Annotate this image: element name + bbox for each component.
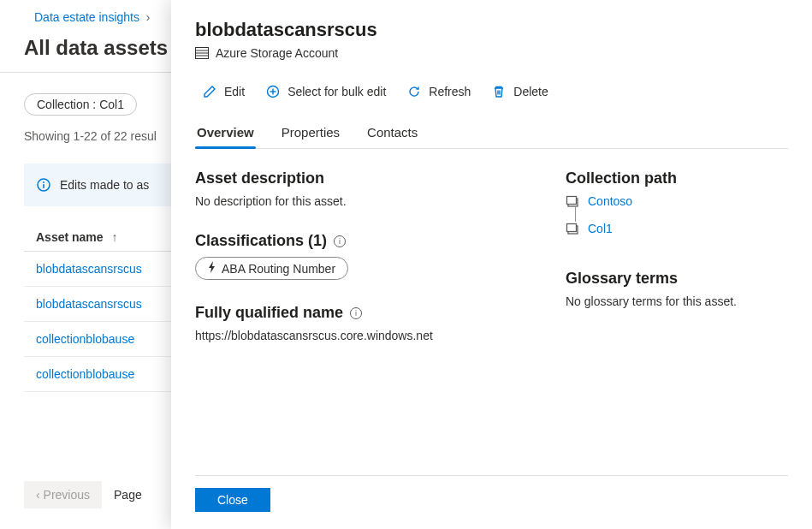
delete-icon — [491, 84, 507, 99]
tab-properties[interactable]: Properties — [280, 120, 341, 148]
asset-description-heading: Asset description — [195, 169, 531, 187]
tab-overview[interactable]: Overview — [195, 120, 256, 148]
lightning-icon — [208, 261, 216, 276]
fqn-value: https://blobdatascansrscus.core.windows.… — [195, 329, 531, 342]
edit-icon — [202, 84, 217, 99]
breadcrumb-root[interactable]: Data estate insights › — [34, 10, 151, 24]
collection-path-item: Col1 — [566, 222, 788, 235]
svg-rect-13 — [567, 224, 577, 232]
panel-body: Asset description No description for thi… — [195, 169, 788, 467]
asset-detail-panel: blobdatascansrscus Azure Storage Account… — [171, 0, 812, 529]
glossary-heading: Glossary terms — [566, 270, 788, 288]
chevron-right-icon: › — [146, 10, 151, 24]
sort-ascending-icon: ↑ — [111, 230, 117, 244]
tabs: Overview Properties Contacts — [195, 120, 788, 149]
select-bulk-button[interactable]: Select for bulk edit — [258, 80, 393, 103]
collection-icon — [566, 194, 579, 208]
previous-button[interactable]: ‹ Previous — [24, 481, 102, 508]
page-label: Page — [114, 488, 142, 502]
info-icon[interactable]: i — [350, 307, 362, 319]
asset-type-label: Azure Storage Account — [216, 46, 338, 60]
svg-rect-11 — [567, 197, 577, 205]
info-icon — [36, 177, 51, 193]
collection-link-contoso[interactable]: Contoso — [588, 194, 632, 208]
collection-path: Contoso │ Col1 — [566, 194, 788, 235]
action-bar: Edit Select for bulk edit Refresh Delete — [195, 80, 788, 103]
collection-icon — [566, 222, 579, 235]
filter-pill-collection[interactable]: Collection : Col1 — [24, 93, 137, 116]
path-connector: │ — [572, 210, 788, 222]
collection-link-col1[interactable]: Col1 — [588, 222, 613, 235]
collection-path-heading: Collection path — [566, 169, 788, 187]
info-banner-text: Edits made to as — [60, 178, 149, 192]
fqn-heading: Fully qualified name i — [195, 304, 531, 322]
classification-chip[interactable]: ABA Routing Number — [195, 257, 348, 280]
storage-account-icon — [195, 47, 209, 59]
info-icon[interactable]: i — [334, 235, 346, 247]
asset-type: Azure Storage Account — [195, 46, 788, 60]
refresh-icon — [406, 84, 422, 99]
collection-path-item: Contoso — [566, 194, 788, 208]
glossary-text: No glossary terms for this asset. — [566, 294, 788, 308]
add-circle-icon — [265, 84, 281, 99]
classifications-heading: Classifications (1) i — [195, 232, 531, 250]
svg-point-1 — [43, 181, 44, 183]
asset-description-text: No description for this asset. — [195, 194, 531, 208]
pagination: ‹ Previous Page — [24, 481, 142, 508]
edit-button[interactable]: Edit — [195, 80, 252, 103]
delete-button[interactable]: Delete — [484, 80, 554, 103]
close-button[interactable]: Close — [195, 488, 270, 512]
refresh-button[interactable]: Refresh — [400, 80, 477, 103]
svg-rect-2 — [43, 184, 44, 188]
panel-title: blobdatascansrscus — [195, 19, 788, 41]
panel-footer: Close — [195, 475, 788, 512]
tab-contacts[interactable]: Contacts — [365, 120, 419, 148]
